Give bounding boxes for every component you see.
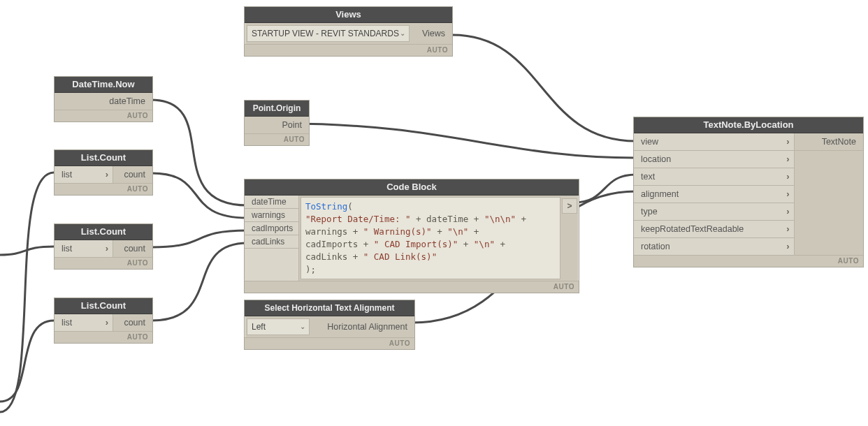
output-port-count[interactable]: count [113, 166, 152, 183]
chevron-right-icon: › [786, 238, 789, 255]
input-port-type[interactable]: type› [634, 203, 795, 221]
input-port-datetime[interactable]: dateTime [245, 196, 299, 209]
node-title: DateTime.Now [55, 77, 152, 93]
output-port-textnote[interactable]: TextNote [795, 133, 863, 151]
auto-label: AUTO [245, 281, 579, 293]
input-port-keeprot[interactable]: keepRotatedTextReadable› [634, 221, 795, 238]
node-title: List.Count [55, 298, 152, 314]
node-textnote[interactable]: TextNote.ByLocation view› location› text… [633, 117, 864, 267]
output-port-views[interactable]: Views [412, 23, 452, 44]
chevron-right-icon: › [106, 166, 108, 183]
auto-label: AUTO [55, 183, 152, 195]
output-port-halign[interactable]: Horizontal Alignment [312, 316, 414, 337]
caret-down-icon: ⌄ [400, 26, 405, 41]
node-title: Select Horizontal Text Alignment [245, 300, 414, 316]
halign-select[interactable]: Left⌄ [247, 318, 310, 335]
chevron-right-icon: › [786, 186, 789, 203]
node-list-count-3[interactable]: List.Count list› count AUTO [54, 298, 153, 344]
chevron-right-icon: › [786, 221, 789, 237]
output-port-code[interactable]: > [562, 198, 577, 214]
input-port-list[interactable]: list› [55, 166, 113, 183]
auto-label: AUTO [55, 331, 152, 343]
input-port-location[interactable]: location› [634, 151, 795, 168]
node-title: List.Count [55, 224, 152, 240]
node-list-count-1[interactable]: List.Count list› count AUTO [54, 149, 153, 196]
node-code-block[interactable]: Code Block dateTime warnings cadImports … [244, 179, 579, 293]
input-port-list[interactable]: list› [55, 240, 113, 257]
node-halign[interactable]: Select Horizontal Text Alignment Left⌄ H… [244, 300, 415, 350]
auto-label: AUTO [245, 337, 414, 349]
input-port-list[interactable]: list› [55, 314, 113, 331]
output-port-count[interactable]: count [113, 240, 152, 257]
auto-label: AUTO [634, 255, 863, 267]
auto-label: AUTO [245, 44, 452, 56]
node-title: List.Count [55, 150, 152, 166]
input-port-alignment[interactable]: alignment› [634, 186, 795, 203]
input-port-cadlinks[interactable]: cadLinks [245, 235, 299, 249]
node-title: TextNote.ByLocation [634, 117, 863, 133]
chevron-right-icon: › [106, 240, 108, 257]
code-editor[interactable]: ToString("Report Date/Time: " + dateTime… [301, 197, 560, 279]
input-port-cadimports[interactable]: cadImports [245, 222, 299, 235]
caret-down-icon: ⌄ [300, 319, 305, 335]
node-title: Views [245, 7, 452, 23]
node-title: Code Block [245, 179, 579, 196]
input-port-view[interactable]: view› [634, 133, 795, 151]
input-port-text[interactable]: text› [634, 168, 795, 186]
auto-label: AUTO [245, 133, 309, 145]
chevron-right-icon: › [106, 314, 108, 331]
auto-label: AUTO [55, 257, 152, 269]
input-port-rotation[interactable]: rotation› [634, 238, 795, 255]
node-datetime-now[interactable]: DateTime.Now dateTime AUTO [54, 76, 153, 122]
input-port-warnings[interactable]: warnings [245, 209, 299, 222]
chevron-right-icon: › [786, 151, 789, 168]
node-title: Point.Origin [245, 101, 309, 117]
views-select[interactable]: STARTUP VIEW - REVIT STANDARDS⌄ [247, 25, 410, 42]
output-port-datetime[interactable]: dateTime [55, 93, 152, 110]
node-views[interactable]: Views STARTUP VIEW - REVIT STANDARDS⌄ Vi… [244, 6, 453, 57]
auto-label: AUTO [55, 110, 152, 122]
output-port-point[interactable]: Point [245, 117, 309, 133]
output-port-count[interactable]: count [113, 314, 152, 331]
node-list-count-2[interactable]: List.Count list› count AUTO [54, 223, 153, 270]
chevron-right-icon: › [786, 133, 789, 150]
node-point-origin[interactable]: Point.Origin Point AUTO [244, 100, 310, 146]
chevron-right-icon: › [786, 168, 789, 185]
chevron-right-icon: › [786, 203, 789, 220]
